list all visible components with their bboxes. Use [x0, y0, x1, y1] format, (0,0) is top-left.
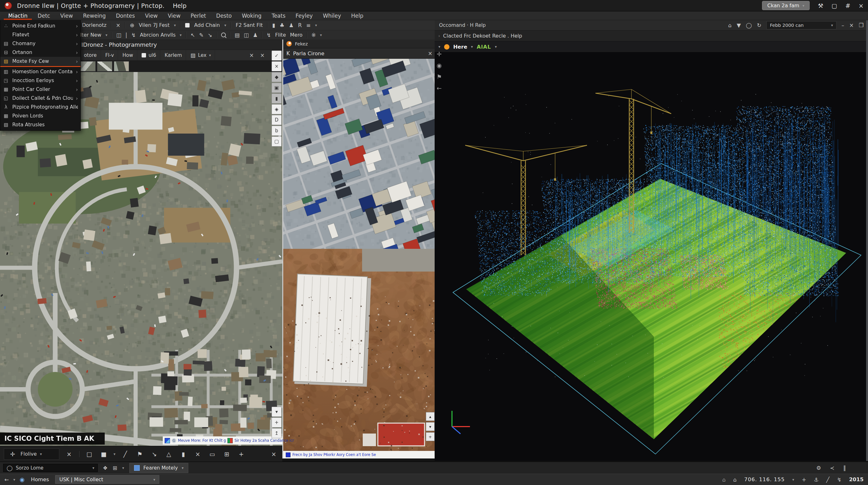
fearen-motely-dropdown[interactable]: Fearen Motely ▾ — [129, 463, 188, 473]
image-thumbnail[interactable] — [97, 61, 112, 72]
context-menu-item[interactable]: λ Pizpice Photogronating Alles — [0, 103, 81, 111]
tool-icon[interactable]: ⚒ — [818, 2, 823, 9]
context-menu-item[interactable]: ◳ Inocction Eerloys › — [0, 76, 81, 85]
cursor-icon[interactable]: ↖ — [190, 32, 195, 38]
polygon-tool-button[interactable]: ◈ — [272, 104, 282, 114]
tree-icon[interactable]: ♣ — [279, 22, 284, 28]
flash-icon[interactable]: ↯ — [837, 477, 841, 483]
chevron-down-icon[interactable]: ▾ — [122, 466, 124, 470]
droplet-tool-button[interactable]: ◆ — [272, 72, 282, 82]
context-menu-item[interactable]: ⊟ Ortanon › — [0, 48, 81, 57]
chevron-down-icon[interactable]: ▾ — [180, 33, 182, 37]
menu-item-view-2[interactable]: View — [140, 11, 163, 20]
delete-tool-icon[interactable]: × — [193, 451, 203, 458]
chevron-down-icon[interactable]: ▾ — [320, 33, 322, 37]
close-view-icon[interactable]: × — [249, 52, 254, 58]
menu-item-dontes[interactable]: Dontes — [111, 11, 140, 20]
scrollbar[interactable] — [866, 20, 868, 461]
close-window-icon[interactable]: × — [859, 2, 864, 9]
view-dropdown[interactable]: Vilen 7J Fest — [139, 22, 169, 28]
close-icon[interactable]: × — [849, 22, 854, 28]
share-icon[interactable]: ≺ — [830, 465, 834, 471]
scroll-up-button[interactable]: ▴ — [426, 412, 435, 421]
detach-icon[interactable]: ❐ — [859, 22, 864, 28]
chevron-down-icon[interactable]: ▾ — [114, 452, 116, 456]
tab-lex[interactable]: ▨ Lex ▾ — [187, 50, 215, 60]
tab-karlem[interactable]: Karlem — [161, 50, 186, 60]
titlebar-help[interactable]: Help — [173, 2, 186, 9]
chevron-down-icon[interactable]: ▾ — [224, 23, 226, 27]
grid-settings-icon[interactable]: # — [845, 2, 850, 9]
plugin-icon[interactable]: ❖ — [103, 465, 107, 471]
gear-icon[interactable]: ⚙ — [816, 465, 821, 471]
pen-icon[interactable]: ✎ — [199, 32, 204, 38]
back-icon[interactable]: ← — [4, 477, 9, 483]
add-chain-button[interactable]: Add Chain — [194, 22, 220, 28]
close-icon[interactable]: × — [64, 451, 74, 458]
square-tool-button[interactable]: ▢ — [272, 136, 282, 146]
chevron-down-icon[interactable]: ▾ — [438, 45, 440, 49]
minimize-icon[interactable]: – — [841, 22, 844, 28]
measure-icon[interactable]: ▮ — [272, 22, 275, 28]
line-tool-icon[interactable]: ╱ — [121, 451, 130, 458]
search-input[interactable]: ◯ Sorzo Lome ▾ — [3, 464, 98, 472]
pan-up-button[interactable]: ↥ — [272, 428, 282, 438]
bookmark-tool-icon[interactable]: ▮ — [179, 451, 188, 458]
flash-icon[interactable]: ↯ — [131, 32, 135, 38]
columns-icon[interactable]: ◫ — [116, 32, 121, 38]
context-menu-item[interactable]: Flatevt › — [0, 30, 81, 39]
orbit-icon[interactable]: ◉ — [436, 62, 442, 69]
comment-tool-icon[interactable]: ▭ — [208, 451, 217, 458]
multi-select-icon[interactable]: ↘ — [208, 32, 212, 38]
menu-item-help[interactable]: Help — [346, 11, 368, 20]
back-icon[interactable]: ← — [436, 85, 442, 91]
grid-icon[interactable]: ⊞ — [113, 465, 117, 471]
flag-icon[interactable]: ⚑ — [436, 73, 442, 80]
close-view-icon[interactable]: × — [260, 52, 265, 58]
here-dropdown[interactable]: Here — [453, 44, 467, 50]
menu-item-reweing[interactable]: Reweing — [78, 11, 111, 20]
d-tool-button[interactable]: D — [272, 115, 282, 125]
save-icon[interactable]: ▤ — [235, 32, 240, 38]
add-tool-icon[interactable]: + — [237, 451, 246, 458]
tab-otore[interactable]: otore — [80, 50, 101, 60]
cancel-tool-button[interactable]: × — [272, 61, 282, 72]
collect-dropdown[interactable]: USK | Misc Collect ▾ — [55, 475, 159, 484]
sant-flt-button[interactable]: F2 Sant Flt — [236, 22, 263, 28]
context-menu-item[interactable]: ▦ Point Car Coller › — [0, 85, 81, 94]
mero-button[interactable]: Mero — [290, 32, 303, 38]
pause-icon[interactable]: ‖ — [843, 465, 846, 471]
home-view-icon[interactable]: ⌂ — [728, 22, 732, 28]
chevron-down-icon[interactable]: ▾ — [105, 33, 107, 37]
anchor-icon[interactable]: ⚓ — [814, 477, 818, 483]
aerial-photo-bottom[interactable] — [283, 249, 436, 451]
point-cloud-3d-view[interactable] — [435, 52, 868, 461]
line-icon[interactable]: ╱ — [826, 477, 830, 483]
context-menu-item[interactable]: ▤ Chomany › — [0, 39, 81, 48]
chevron-down-icon[interactable]: ▾ — [471, 45, 473, 49]
list-icon[interactable]: ≡ — [306, 22, 311, 28]
context-menu-item[interactable]: ▥ Homestion Conter Contacicty › — [0, 67, 81, 76]
region-tool-button[interactable]: ▣ — [272, 83, 282, 93]
alal-dropdown[interactable]: AlAL — [476, 44, 491, 50]
menu-item-view-1[interactable]: View — [55, 11, 78, 20]
person-icon[interactable]: ♟ — [289, 22, 293, 28]
navigate-icon[interactable]: ✛ — [436, 51, 442, 57]
grid-tool-icon[interactable]: ⊞ — [222, 451, 231, 458]
scroll-down-button[interactable]: ▾ — [426, 422, 435, 431]
zoom-in-button[interactable]: + — [426, 432, 435, 441]
crosshair-icon[interactable]: + — [802, 477, 806, 483]
restore-window-icon[interactable]: ▢ — [831, 2, 837, 9]
abrcion-dropdown[interactable]: Abrcion Anvlls — [140, 32, 175, 38]
marker-r-icon[interactable]: R — [298, 22, 302, 28]
context-menu-item[interactable]: ▧ Rota Atrusles — [0, 120, 81, 129]
home-icon[interactable]: ⌂ — [733, 477, 737, 483]
refresh-icon[interactable]: ↻ — [757, 22, 762, 28]
chevron-down-icon[interactable]: ▾ — [174, 23, 176, 27]
search-icon[interactable] — [221, 32, 226, 37]
chevron-down-icon[interactable]: ▾ — [792, 478, 794, 482]
filter-icon[interactable]: ▼ — [737, 22, 741, 28]
chevron-down-icon[interactable]: ▾ — [13, 478, 15, 482]
aerial-photo-top[interactable] — [283, 59, 436, 249]
context-menu-item[interactable]: ◱ Doilect Callet & Pdn Cloud › — [0, 94, 81, 103]
